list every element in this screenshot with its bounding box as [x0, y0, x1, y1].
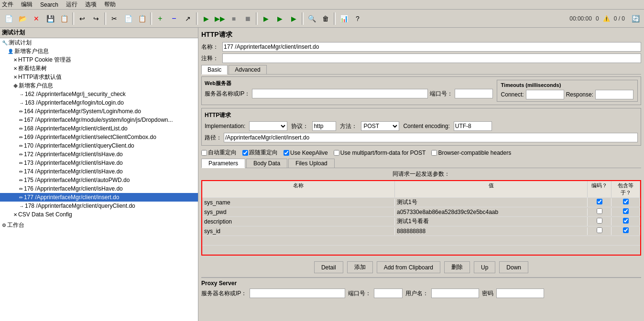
param-name-cell: description [202, 218, 395, 225]
tree-item-175[interactable]: ✏ 175 /ApprinterfaceMgr/client/autoPWD.d… [0, 176, 198, 184]
toolbar-play2-btn[interactable]: ▶▶ [213, 12, 227, 25]
toolbar-refresh-btn[interactable]: 🔄 [629, 12, 642, 25]
tree-item-178[interactable]: → 178 /ApprinterfaceMgr/client/queryClie… [0, 202, 198, 210]
tree-item-cookie[interactable]: ✕ HTTP Cookie 管理器 [0, 55, 198, 64]
toolbar-help-btn[interactable]: ? [351, 12, 364, 25]
include-cb[interactable] [623, 227, 629, 233]
tree-item-168[interactable]: ✏ 168 /ApprinterfaceMgr/client/clientLis… [0, 124, 198, 133]
proxy-server-input[interactable] [250, 289, 345, 298]
toolbar-play-btn[interactable]: ▶ [199, 12, 213, 25]
content-encoding-input[interactable] [454, 121, 492, 131]
protocol-input[interactable] [312, 121, 336, 131]
keep-alive-label[interactable]: Use KeepAlive [284, 150, 328, 156]
add-clipboard-button[interactable]: Add from Clipboard [377, 261, 440, 273]
tree-item-root[interactable]: 🔧 测试计划 [0, 38, 198, 47]
include-cb[interactable] [623, 218, 629, 224]
response-input[interactable] [595, 90, 633, 99]
server-input[interactable] [252, 89, 427, 98]
toolbar-cut-btn[interactable]: ✂ [108, 12, 121, 25]
multipart-label[interactable]: Use multipart/form-data for POST [334, 150, 426, 156]
encode-cb[interactable] [597, 199, 602, 204]
toolbar-add-btn[interactable]: + [153, 12, 167, 25]
tree-item-170[interactable]: ✏ 170 /ApprinterfaceMgr/client/queryClie… [0, 141, 198, 150]
toolbar-undo-btn[interactable]: ↩ [76, 12, 89, 25]
down-button[interactable]: Down [499, 261, 528, 273]
toolbar-report-btn[interactable]: 📊 [337, 12, 350, 25]
toolbar-remove-btn[interactable]: − [167, 12, 181, 25]
toolbar-stop2-btn[interactable]: ⏹ [241, 12, 254, 25]
encode-cb[interactable] [597, 227, 602, 233]
tree-item-173[interactable]: ✏ 173 /ApprinterfaceMgr/client/isHave.do [0, 159, 198, 167]
up-button[interactable]: Up [474, 261, 495, 273]
path-input[interactable] [224, 133, 638, 142]
tree-item-176[interactable]: ✏ 176 /ApprinterfaceMgr/client/isHave.do [0, 184, 198, 193]
toolbar-run4-btn[interactable]: ▶ [273, 12, 286, 25]
connect-input[interactable] [526, 90, 564, 99]
tree-item-label: 169 /ApprinterfaceMgr/client/selectClien… [24, 134, 156, 140]
tree-item-csv[interactable]: ✕ CSV Data Set Config [0, 210, 198, 219]
tree-item-169[interactable]: ✏ 169 /ApprinterfaceMgr/client/selectCli… [0, 133, 198, 141]
tree-item-174[interactable]: ✏ 174 /ApprinterfaceMgr/client/isHave.do [0, 167, 198, 176]
multipart-cb[interactable] [334, 150, 339, 156]
tree-item-workbench[interactable]: ⚙ 工作台 [0, 221, 198, 229]
tree-item-164[interactable]: ✏ 164 /ApprinterfaceMgr/System/Login/hom… [0, 107, 198, 116]
impl-select[interactable] [249, 121, 287, 131]
include-cb[interactable] [623, 199, 629, 204]
tab-body-data[interactable]: Body Data [246, 159, 287, 168]
include-cb[interactable] [623, 208, 629, 214]
toolbar-clear-btn[interactable]: 🗑 [319, 12, 332, 25]
proxy-username-label: 用户名： [405, 289, 428, 298]
keep-alive-cb[interactable] [284, 150, 289, 156]
detail-button[interactable]: Detail [314, 261, 343, 273]
toolbar-run5-btn[interactable]: ▶ [287, 12, 300, 25]
encode-cb[interactable] [597, 218, 602, 224]
browser-headers-label[interactable]: Browser-compatible headers [431, 150, 511, 156]
method-select[interactable]: POSTGET [361, 121, 399, 131]
toolbar-expand-btn[interactable]: ↗ [181, 12, 195, 25]
follow-redirect-cb[interactable] [242, 150, 248, 156]
toolbar-close-btn[interactable]: ✕ [30, 12, 43, 25]
tab-files-upload[interactable]: Files Upload [288, 159, 335, 168]
browser-headers-cb[interactable] [431, 150, 437, 156]
tree-item-167[interactable]: ✏ 167 /ApprinterfaceMgr/module/system/lo… [0, 116, 198, 124]
proxy-username-input[interactable] [431, 289, 479, 298]
proxy-port-input[interactable] [374, 289, 403, 298]
proxy-password-input[interactable] [496, 289, 544, 298]
tree-item-172[interactable]: ✏ 172 /ApprinterfaceMgr/client/isHave.do [0, 150, 198, 159]
tree-item-http-defaults[interactable]: ✕ HTTP请求默认值 [0, 73, 198, 81]
auto-redirect-cb[interactable] [201, 150, 207, 156]
tree-item-162[interactable]: → 162 /ApprinterfaceMgr/j_security_check [0, 90, 198, 98]
toolbar-paste-btn[interactable]: 📋 [135, 12, 149, 25]
tree-item-177[interactable]: ✏ 177 /ApprinterfaceMgr/client/insert.do [0, 193, 198, 202]
tab-advanced[interactable]: Advanced [229, 65, 266, 74]
comment-input[interactable] [222, 54, 641, 63]
port-input[interactable] [455, 89, 493, 98]
toolbar-stop-btn[interactable]: ■ [227, 12, 240, 25]
follow-redirect-label[interactable]: 跟随重定向 [242, 149, 278, 157]
toolbar-open-btn[interactable]: 📂 [16, 12, 29, 25]
tab-basic[interactable]: Basic [201, 65, 228, 75]
auto-redirect-label[interactable]: 自动重定向 [201, 149, 237, 157]
menu-help[interactable]: 帮助 [104, 0, 116, 9]
add-button[interactable]: 添加 [347, 261, 373, 273]
menu-search[interactable]: Search [40, 1, 58, 8]
toolbar-saveall-btn[interactable]: 📋 [57, 12, 71, 25]
menu-edit[interactable]: 编辑 [21, 0, 33, 9]
toolbar-new-btn[interactable]: 📄 [2, 12, 15, 25]
toolbar-copy-btn[interactable]: 📄 [121, 12, 135, 25]
tree-item-new-client2[interactable]: ◆ 新增客户信息 [0, 81, 198, 90]
tree-item-results-tree[interactable]: ✕ 察看结果树 [0, 64, 198, 73]
tree-item-new-client[interactable]: 👤 新增客户信息 [0, 47, 198, 55]
name-input[interactable] [222, 42, 641, 52]
encode-cb[interactable] [597, 208, 602, 214]
toolbar-run3-btn[interactable]: ▶ [259, 12, 273, 25]
menu-run[interactable]: 运行 [66, 0, 77, 9]
menu-options[interactable]: 选项 [85, 0, 97, 9]
toolbar-redo-btn[interactable]: ↪ [89, 12, 103, 25]
tree-item-163[interactable]: → 163 /ApprinterfaceMgr/login/toLogin.do [0, 98, 198, 107]
toolbar-search-btn[interactable]: 🔍 [305, 12, 318, 25]
tab-parameters[interactable]: Parameters [201, 159, 245, 168]
delete-button[interactable]: 删除 [444, 261, 470, 273]
menu-file[interactable]: 文件 [2, 0, 13, 9]
toolbar-save-btn[interactable]: 💾 [44, 12, 57, 25]
